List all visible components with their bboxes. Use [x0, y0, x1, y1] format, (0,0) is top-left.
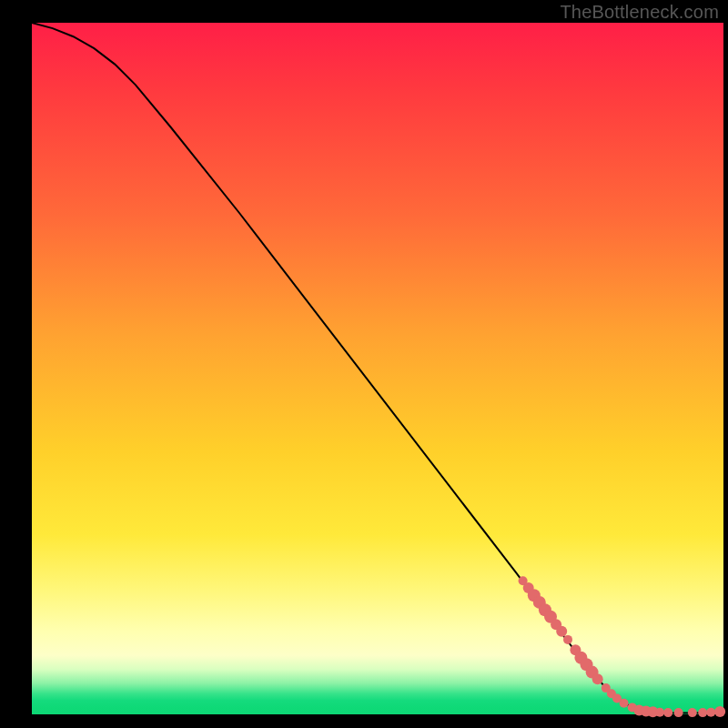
data-marker [563, 635, 572, 644]
data-marker [663, 708, 672, 717]
attribution-text: TheBottleneck.com [560, 2, 719, 23]
data-marker [620, 699, 629, 708]
chart-svg [32, 23, 723, 714]
chart-container: TheBottleneck.com [0, 0, 728, 728]
bottleneck-curve [32, 23, 723, 713]
data-marker [698, 708, 707, 717]
data-marker [706, 708, 715, 717]
data-marker [714, 706, 725, 717]
data-marker [592, 673, 603, 684]
data-marker [655, 708, 664, 717]
data-marker [556, 626, 567, 637]
data-marker [688, 708, 697, 717]
plot-area [32, 23, 723, 714]
data-marker [674, 708, 683, 717]
data-markers [519, 576, 726, 717]
